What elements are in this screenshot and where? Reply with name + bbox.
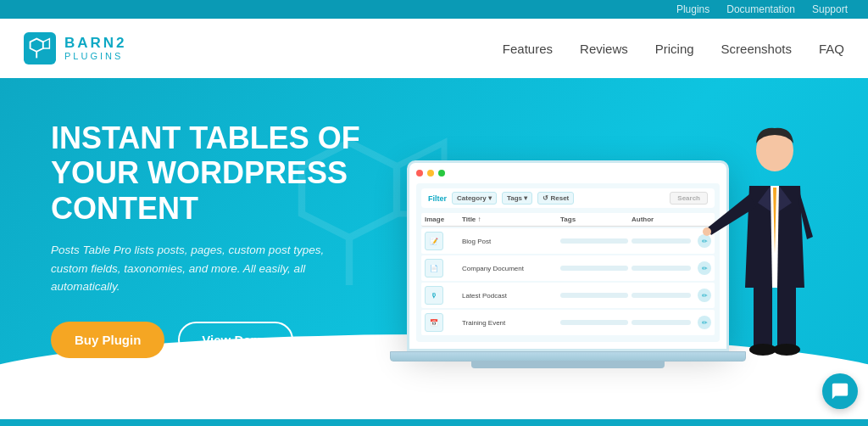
filter-bar: Filter Category ▾ Tags ▾ ↺ Reset Search (421, 188, 715, 208)
row-icon-4: 📅 (425, 313, 443, 332)
nav-faq[interactable]: FAQ (819, 42, 844, 56)
row-tags-2 (560, 266, 628, 271)
nav-screenshots[interactable]: Screenshots (721, 42, 792, 56)
row-tags-4 (560, 320, 628, 325)
dot-yellow (427, 170, 434, 177)
header: BARN2 PLUGINS Features Reviews Pricing S… (0, 19, 868, 78)
row-icon-2: 📄 (425, 259, 443, 277)
top-bar: Plugins Documentation Support (0, 0, 868, 19)
row-icon-1: 📝 (425, 232, 443, 250)
laptop-mockup: Filter Category ▾ Tags ▾ ↺ Reset Search … (407, 160, 729, 368)
row-tags-3 (560, 293, 628, 298)
dot-red (416, 170, 423, 177)
table-row: 📝 Blog Post ✏ (421, 228, 715, 254)
nav-pricing[interactable]: Pricing (655, 42, 694, 56)
dot-green (438, 170, 445, 177)
laptop-stand (471, 362, 665, 368)
chat-icon (831, 382, 849, 401)
hero-left: INSTANT TABLES OF YOUR WORDPRESS CONTENT… (51, 112, 407, 358)
table-row: 📅 Training Event ✏ (421, 310, 715, 335)
hero-section: INSTANT TABLES OF YOUR WORDPRESS CONTENT… (0, 78, 868, 419)
svg-rect-0 (24, 32, 56, 64)
topbar-documentation-link[interactable]: Documentation (726, 3, 795, 15)
logo-text: BARN2 PLUGINS (64, 36, 127, 62)
person-illustration (682, 118, 834, 373)
laptop-screen: Filter Category ▾ Tags ▾ ↺ Reset Search … (407, 160, 729, 351)
reset-chip[interactable]: ↺ Reset (537, 192, 574, 205)
table-header: Image Title ↑ Tags Author (421, 213, 715, 227)
nav-reviews[interactable]: Reviews (580, 42, 628, 56)
table-row: 📄 Company Document ✏ (421, 255, 715, 281)
hero-description: Posts Table Pro lists posts, pages, cust… (51, 241, 356, 296)
laptop-content: Filter Category ▾ Tags ▾ ↺ Reset Search … (416, 183, 720, 342)
logo-barn2-text: BARN2 (64, 36, 127, 52)
svg-point-5 (773, 344, 800, 356)
row-tags-1 (560, 238, 628, 244)
category-chip[interactable]: Category ▾ (452, 192, 497, 205)
chat-bubble-button[interactable] (822, 373, 858, 409)
buy-plugin-button[interactable]: Buy Plugin (51, 322, 164, 358)
laptop-titlebar (416, 170, 720, 177)
topbar-support-link[interactable]: Support (812, 3, 848, 15)
view-demo-button[interactable]: View Demo (178, 322, 293, 358)
hero-title: INSTANT TABLES OF YOUR WORDPRESS CONTENT (51, 121, 407, 226)
table-row: 🎙 Latest Podcast ✏ (421, 283, 715, 308)
row-title-4: Training Event (462, 319, 557, 327)
row-title-2: Company Document (462, 265, 557, 272)
svg-point-6 (703, 227, 711, 236)
row-title-1: Blog Post (462, 238, 557, 245)
nav-features[interactable]: Features (503, 42, 553, 56)
row-icon-3: 🎙 (425, 286, 443, 305)
topbar-plugins-link[interactable]: Plugins (676, 3, 709, 15)
logo-plugins-text: PLUGINS (64, 51, 127, 61)
main-nav: Features Reviews Pricing Screenshots FAQ (503, 42, 844, 56)
hero-buttons: Buy Plugin View Demo (51, 322, 407, 358)
logo[interactable]: BARN2 PLUGINS (24, 32, 127, 64)
filter-label: Filter (428, 194, 447, 203)
hero-right: Filter Category ▾ Tags ▾ ↺ Reset Search … (407, 112, 817, 419)
svg-point-4 (749, 344, 776, 356)
svg-rect-3 (777, 286, 796, 350)
logo-icon (24, 32, 56, 64)
svg-rect-2 (754, 286, 772, 350)
row-title-3: Latest Podcast (462, 292, 557, 300)
tags-chip[interactable]: Tags ▾ (502, 192, 532, 205)
